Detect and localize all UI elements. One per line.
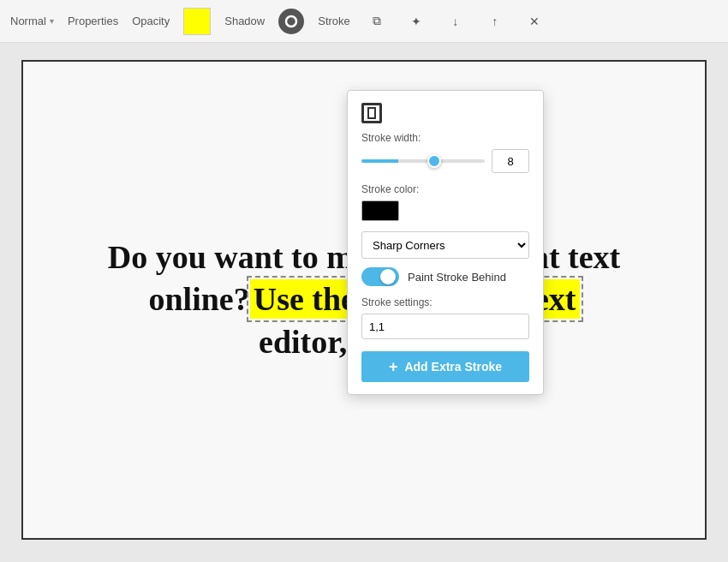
toggle-track <box>361 267 399 286</box>
add-stroke-label: Add Extra Stroke <box>404 360 502 374</box>
blend-mode-chevron: ▾ <box>50 16 54 26</box>
blend-mode-selector[interactable]: Normal ▾ <box>10 15 54 27</box>
popup-icon-row <box>361 103 529 123</box>
stroke-icon-box <box>361 103 382 123</box>
stroke-settings-label: Stroke settings: <box>361 296 529 308</box>
toolbar: Normal ▾ Properties Opacity Shadow Strok… <box>0 0 728 43</box>
corner-style-select[interactable]: Sharp Corners Round Corners Bevel Corner… <box>361 231 529 259</box>
svg-rect-1 <box>368 108 375 118</box>
stroke-settings-input[interactable]: 1,1 <box>361 314 529 339</box>
properties-label: Properties <box>68 15 118 27</box>
stroke-popup: Stroke width: 8 Stroke color: Sharp Corn… <box>347 90 544 395</box>
paint-behind-label: Paint Stroke Behind <box>408 271 506 284</box>
magic-icon[interactable]: ✦ <box>403 9 429 34</box>
copy-icon[interactable]: ⧉ <box>364 9 390 34</box>
opacity-button[interactable]: Opacity <box>132 15 170 27</box>
stroke-width-label: Stroke width: <box>361 132 529 144</box>
shadow-label: Shadow <box>224 15 265 27</box>
shadow-button[interactable]: Shadow <box>224 15 265 27</box>
add-stroke-button[interactable]: + Add Extra Stroke <box>361 351 529 382</box>
stroke-width-slider[interactable] <box>361 159 485 163</box>
blend-mode-label: Normal <box>10 15 46 27</box>
text-line2: online? <box>148 281 249 317</box>
toggle-thumb <box>380 269 396 284</box>
stroke-circle-icon[interactable] <box>278 9 304 34</box>
stroke-label: Stroke <box>318 15 350 27</box>
canvas-area: Do you want to make a highlight text onl… <box>0 43 728 562</box>
stroke-color-swatch[interactable] <box>361 200 399 221</box>
move-down-icon[interactable]: ↓ <box>443 9 468 34</box>
corner-style-row: Sharp Corners Round Corners Bevel Corner… <box>361 231 529 259</box>
fill-color-swatch[interactable] <box>183 8 211 35</box>
paint-behind-row: Paint Stroke Behind <box>361 267 529 286</box>
svg-point-0 <box>286 16 296 27</box>
stroke-width-input[interactable]: 8 <box>492 149 529 173</box>
stroke-color-label: Stroke color: <box>361 183 529 195</box>
stroke-width-row: 8 <box>361 149 529 173</box>
paint-behind-toggle[interactable] <box>361 267 399 286</box>
delete-icon[interactable]: ✕ <box>522 9 547 34</box>
stroke-button[interactable]: Stroke <box>318 15 350 27</box>
plus-icon: + <box>389 358 398 376</box>
properties-button[interactable]: Properties <box>68 15 118 27</box>
move-up-icon[interactable]: ↑ <box>482 9 508 34</box>
opacity-label: Opacity <box>132 15 170 27</box>
